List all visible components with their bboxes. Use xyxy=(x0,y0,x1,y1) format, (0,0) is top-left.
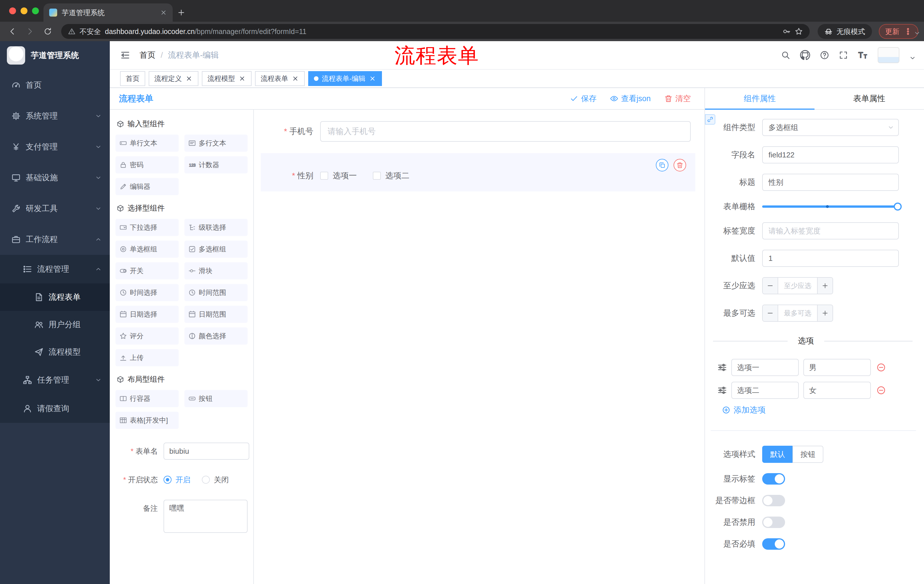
password-key-icon[interactable] xyxy=(783,28,791,35)
sidebar-item-user-group[interactable]: 用户分组 xyxy=(0,311,110,338)
title-input[interactable] xyxy=(762,174,899,191)
palette-item-editor[interactable]: 编辑器 xyxy=(116,178,179,195)
close-icon[interactable] xyxy=(238,75,246,82)
close-icon[interactable] xyxy=(369,75,376,82)
sidebar-item-process-mgmt[interactable]: 流程管理 xyxy=(0,255,110,283)
canvas-field-phone[interactable]: 手机号 xyxy=(261,121,695,142)
user-avatar[interactable] xyxy=(878,47,899,63)
component-type-select[interactable]: 多选框组 xyxy=(762,119,899,136)
palette-item-table[interactable]: 表格[开发中] xyxy=(116,412,179,429)
min-select-stepper[interactable]: 至少应选 xyxy=(762,277,833,294)
status-radio-on[interactable]: 开启 xyxy=(163,475,190,485)
gender-checkbox-option2[interactable]: 选项二 xyxy=(373,170,409,181)
close-icon[interactable] xyxy=(292,75,299,82)
form-remark-textarea[interactable]: 嘿嘿 xyxy=(163,500,248,533)
window-controls[interactable] xyxy=(9,7,39,14)
palette-item-radio-group[interactable]: 单选框组 xyxy=(116,240,179,258)
delete-component-button[interactable] xyxy=(673,159,686,171)
grid-slider[interactable] xyxy=(762,206,898,208)
clear-button[interactable]: 清空 xyxy=(664,94,691,104)
search-icon[interactable] xyxy=(781,51,790,60)
tab-close-icon[interactable] xyxy=(160,9,167,16)
palette-item-single-text[interactable]: 单行文本 xyxy=(116,135,179,152)
palette-item-select[interactable]: 下拉选择 xyxy=(116,219,179,236)
breadcrumb-home[interactable]: 首页 xyxy=(140,50,155,61)
plus-icon[interactable] xyxy=(817,278,833,294)
form-canvas[interactable]: 手机号 性别 选项一 选项二 xyxy=(254,110,705,584)
view-json-button[interactable]: 查看json xyxy=(610,94,651,104)
status-radio-off[interactable]: 关闭 xyxy=(202,475,229,485)
min-select-value[interactable]: 至少应选 xyxy=(778,278,817,294)
sidebar-item-system[interactable]: 系统管理 xyxy=(0,100,110,132)
style-default-button[interactable]: 默认 xyxy=(762,446,792,463)
drag-handle-icon[interactable] xyxy=(718,363,727,372)
page-tab-home[interactable]: 首页 xyxy=(120,71,145,86)
option-value-input[interactable] xyxy=(804,359,871,376)
slider-handle[interactable] xyxy=(894,202,902,211)
sidebar-toggle-icon[interactable] xyxy=(110,50,140,60)
minus-icon[interactable] xyxy=(763,305,778,321)
palette-item-rate[interactable]: 评分 xyxy=(116,327,179,345)
link-icon[interactable] xyxy=(705,114,715,125)
border-toggle[interactable] xyxy=(762,495,785,506)
sidebar-item-task-mgmt[interactable]: 任务管理 xyxy=(0,366,110,394)
palette-item-date-range[interactable]: 日期范围 xyxy=(185,306,248,323)
palette-item-checkbox-group[interactable]: 多选框组 xyxy=(185,240,248,258)
address-bar[interactable]: 不安全 dashboard.yudao.iocoder.cn/bpm/manag… xyxy=(61,24,810,39)
forward-icon[interactable] xyxy=(22,24,38,39)
field-name-input[interactable] xyxy=(762,146,899,163)
max-select-stepper[interactable]: 最多可选 xyxy=(762,304,833,322)
font-size-icon[interactable] xyxy=(858,50,868,60)
palette-item-time[interactable]: 时间选择 xyxy=(116,284,179,301)
palette-item-color[interactable]: 颜色选择 xyxy=(185,327,248,345)
page-tab-process-form-edit[interactable]: 流程表单-编辑 xyxy=(308,71,382,86)
github-icon[interactable] xyxy=(800,50,810,60)
remove-option-icon[interactable] xyxy=(876,386,886,395)
sidebar-item-process-model[interactable]: 流程模型 xyxy=(0,338,110,366)
max-select-value[interactable]: 最多可选 xyxy=(778,305,817,321)
close-icon[interactable] xyxy=(185,75,193,82)
reload-icon[interactable] xyxy=(40,24,56,39)
palette-item-multi-text[interactable]: 多行文本 xyxy=(185,135,248,152)
required-toggle[interactable] xyxy=(762,538,785,550)
back-icon[interactable] xyxy=(5,24,20,39)
palette-item-switch[interactable]: 开关 xyxy=(116,262,179,280)
browser-tab[interactable]: 芋道管理系统 xyxy=(43,3,173,22)
palette-item-counter[interactable]: 计数器 xyxy=(185,156,248,173)
save-button[interactable]: 保存 xyxy=(570,94,596,104)
minus-icon[interactable] xyxy=(763,278,778,294)
fullscreen-icon[interactable] xyxy=(839,51,848,60)
gender-checkbox-option1[interactable]: 选项一 xyxy=(320,170,357,181)
option-label-input[interactable] xyxy=(731,382,799,399)
update-button[interactable]: 更新 xyxy=(879,24,918,39)
copy-component-button[interactable] xyxy=(656,159,668,171)
sidebar-logo[interactable]: 芋道管理系统 xyxy=(0,41,110,70)
palette-item-button[interactable]: 按钮 xyxy=(185,390,248,407)
plus-icon[interactable] xyxy=(817,305,833,321)
sidebar-item-process-form[interactable]: 流程表单 xyxy=(0,283,110,311)
option-value-input[interactable] xyxy=(804,382,871,399)
avatar-caret-icon[interactable] xyxy=(909,54,916,61)
show-label-toggle[interactable] xyxy=(762,473,785,485)
sidebar-item-payment[interactable]: 支付管理 xyxy=(0,132,110,162)
palette-item-row-container[interactable]: 行容器 xyxy=(116,390,179,407)
page-tab-process-model[interactable]: 流程模型 xyxy=(202,71,252,86)
sidebar-item-infra[interactable]: 基础设施 xyxy=(0,162,110,193)
add-option-button[interactable]: 添加选项 xyxy=(722,405,899,415)
security-warning-icon[interactable] xyxy=(68,28,76,35)
browser-menu-kebab-icon[interactable] xyxy=(904,28,912,35)
close-window-button[interactable] xyxy=(9,7,16,14)
sidebar-item-leave-query[interactable]: 请假查询 xyxy=(0,394,110,423)
palette-item-date[interactable]: 日期选择 xyxy=(116,306,179,323)
palette-item-password[interactable]: 密码 xyxy=(116,156,179,173)
form-name-input[interactable] xyxy=(163,443,249,460)
sidebar-item-home[interactable]: 首页 xyxy=(0,70,110,100)
tab-form-props[interactable]: 表单属性 xyxy=(815,88,924,109)
label-width-input[interactable] xyxy=(762,222,899,239)
palette-item-cascader[interactable]: 级联选择 xyxy=(185,219,248,236)
page-tab-process-form[interactable]: 流程表单 xyxy=(255,71,305,86)
style-button-button[interactable]: 按钮 xyxy=(792,446,823,463)
zoom-window-button[interactable] xyxy=(32,7,39,14)
palette-item-time-range[interactable]: 时间范围 xyxy=(185,284,248,301)
phone-input[interactable] xyxy=(320,121,691,142)
